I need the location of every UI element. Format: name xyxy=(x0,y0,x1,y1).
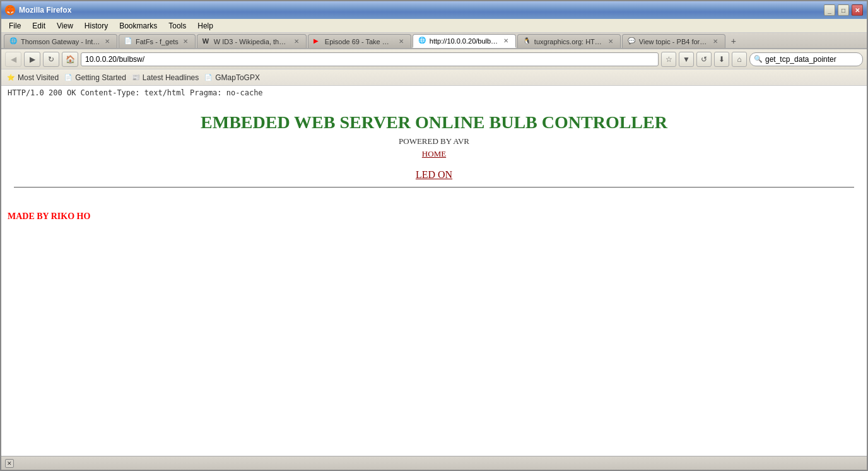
menu-view[interactable]: View xyxy=(52,20,78,32)
forward-button[interactable]: ▶ xyxy=(24,52,40,67)
menu-tools[interactable]: Tools xyxy=(163,20,191,32)
powered-by-text: POWERED BY AVR xyxy=(14,136,854,146)
status-bar: ✕ xyxy=(1,456,867,470)
menu-file[interactable]: File xyxy=(4,20,26,32)
tab-label-bulbsw: http://10.0.0.20/bulbsw/ xyxy=(430,37,499,45)
tab-close-tuxgraphics[interactable]: ✕ xyxy=(606,37,615,46)
google-search-icon: 🔍 xyxy=(754,55,763,63)
bookmark-star-button[interactable]: ☆ xyxy=(661,52,676,67)
tab-bulbsw[interactable]: 🌐 http://10.0.0.20/bulbsw/ ✕ xyxy=(413,34,516,48)
page-content: HTTP/1.0 200 OK Content-Type: text/html … xyxy=(1,86,867,456)
title-bar: 🦊 Mozilla Firefox _ □ ✕ xyxy=(1,1,867,19)
tab-label-episode: Episode 69 - Take Me Out ... xyxy=(325,38,394,45)
firefox-icon: 🦊 xyxy=(5,5,15,15)
home-link[interactable]: HOME xyxy=(14,149,854,159)
tab-favicon-fatfs: 📄 xyxy=(124,37,133,46)
tab-favicon-viewtopic: 💬 xyxy=(628,37,636,46)
made-by-text: MADE BY RIKO HO xyxy=(1,209,867,224)
latest-headlines-icon: 📰 xyxy=(131,73,140,82)
tab-label-fatfs: FatFs - f_gets xyxy=(136,38,179,45)
tabs-bar: 🌐 Thomson Gateway - Inter... ✕ 📄 FatFs -… xyxy=(1,33,867,49)
tab-viewtopic[interactable]: 💬 View topic - PB4 for ENC2... ✕ xyxy=(622,34,725,48)
close-button[interactable]: ✕ xyxy=(852,4,863,16)
tab-episode[interactable]: ▶ Episode 69 - Take Me Out ... ✕ xyxy=(308,34,411,48)
home-nav-button[interactable]: ⌂ xyxy=(732,52,747,67)
gmaptogpx-icon: 📄 xyxy=(204,73,213,82)
tab-close-viewtopic[interactable]: ✕ xyxy=(711,37,720,46)
led-link[interactable]: LED ON xyxy=(14,169,854,181)
search-input[interactable] xyxy=(765,55,859,64)
main-title: EMBEDED WEB SERVER ONLINE BULB CONTROLLE… xyxy=(14,112,854,133)
menu-bookmarks[interactable]: Bookmarks xyxy=(114,20,162,32)
tab-favicon-thomson: 🌐 xyxy=(9,37,18,46)
window-controls: _ □ ✕ xyxy=(824,4,863,16)
tab-favicon-episode: ▶ xyxy=(314,37,322,46)
bookmarks-bar: ⭐ Most Visited 📄 Getting Started 📰 Lates… xyxy=(1,69,867,86)
minimize-button[interactable]: _ xyxy=(824,4,835,16)
most-visited-icon: ⭐ xyxy=(6,73,15,82)
menu-bar: File Edit View History Bookmarks Tools H… xyxy=(1,19,867,33)
window-title: Mozilla Firefox xyxy=(19,6,824,15)
tab-label-tuxgraphics: tuxgraphics.org: HTTP/TC... xyxy=(534,38,604,45)
tab-close-wikipedia[interactable]: ✕ xyxy=(292,37,301,46)
browser-window: 🦊 Mozilla Firefox _ □ ✕ File Edit View H… xyxy=(0,0,868,471)
http-status: HTTP/1.0 200 OK Content-Type: text/html … xyxy=(1,86,867,100)
menu-history[interactable]: History xyxy=(79,20,113,32)
maximize-button[interactable]: □ xyxy=(838,4,849,16)
search-bar[interactable]: 🔍 xyxy=(749,52,863,66)
menu-help[interactable]: Help xyxy=(192,20,218,32)
tab-close-thomson[interactable]: ✕ xyxy=(103,37,112,46)
tab-label-viewtopic: View topic - PB4 for ENC2... xyxy=(639,38,708,45)
bookmark-latest-headlines[interactable]: 📰 Latest Headlines xyxy=(131,73,199,82)
tab-close-episode[interactable]: ✕ xyxy=(397,37,406,46)
tab-favicon-tuxgraphics: 🐧 xyxy=(523,37,532,46)
reload-button[interactable]: ↻ xyxy=(43,52,59,67)
bookmark-latest-headlines-label: Latest Headlines xyxy=(143,73,199,82)
tab-close-fatfs[interactable]: ✕ xyxy=(181,37,190,46)
bookmark-most-visited-label: Most Visited xyxy=(18,73,59,82)
back-button[interactable]: ◀ xyxy=(5,52,21,67)
bookmark-gmaptogpx-label: GMapToGPX xyxy=(215,73,260,82)
tab-favicon-bulbsw: 🌐 xyxy=(418,37,427,45)
page-divider xyxy=(14,187,854,188)
page-body: EMBEDED WEB SERVER ONLINE BULB CONTROLLE… xyxy=(1,100,867,209)
downloads-button[interactable]: ⬇ xyxy=(714,52,729,67)
bookmark-getting-started-label: Getting Started xyxy=(75,73,126,82)
url-bar[interactable] xyxy=(81,52,659,66)
url-input[interactable] xyxy=(85,55,654,64)
tab-thomson[interactable]: 🌐 Thomson Gateway - Inter... ✕ xyxy=(4,34,117,48)
bookmark-down-button[interactable]: ▼ xyxy=(679,52,694,67)
tab-close-bulbsw[interactable]: ✕ xyxy=(501,37,510,45)
bookmark-gmaptogpx[interactable]: 📄 GMapToGPX xyxy=(204,73,260,82)
refresh-button[interactable]: ↺ xyxy=(696,52,712,67)
tab-label-wikipedia: W ID3 - Wikipedia, the free e... xyxy=(214,38,290,45)
getting-started-icon: 📄 xyxy=(64,73,73,82)
bookmark-most-visited[interactable]: ⭐ Most Visited xyxy=(6,73,59,82)
nav-bar: ◀ ▶ ↻ 🏠 ☆ ▼ ↺ ⬇ ⌂ 🔍 xyxy=(1,49,867,69)
tab-label-thomson: Thomson Gateway - Inter... xyxy=(21,38,100,45)
tab-tuxgraphics[interactable]: 🐧 tuxgraphics.org: HTTP/TC... ✕ xyxy=(517,34,621,48)
tab-wikipedia[interactable]: W W ID3 - Wikipedia, the free e... ✕ xyxy=(197,34,307,48)
bookmark-getting-started[interactable]: 📄 Getting Started xyxy=(64,73,126,82)
tab-favicon-wikipedia: W xyxy=(202,37,211,46)
new-tab-button[interactable]: + xyxy=(727,34,741,48)
home-button[interactable]: 🏠 xyxy=(62,52,78,67)
status-close-button[interactable]: ✕ xyxy=(5,459,14,468)
tab-fatfs[interactable]: 📄 FatFs - f_gets ✕ xyxy=(119,34,196,48)
menu-edit[interactable]: Edit xyxy=(27,20,50,32)
